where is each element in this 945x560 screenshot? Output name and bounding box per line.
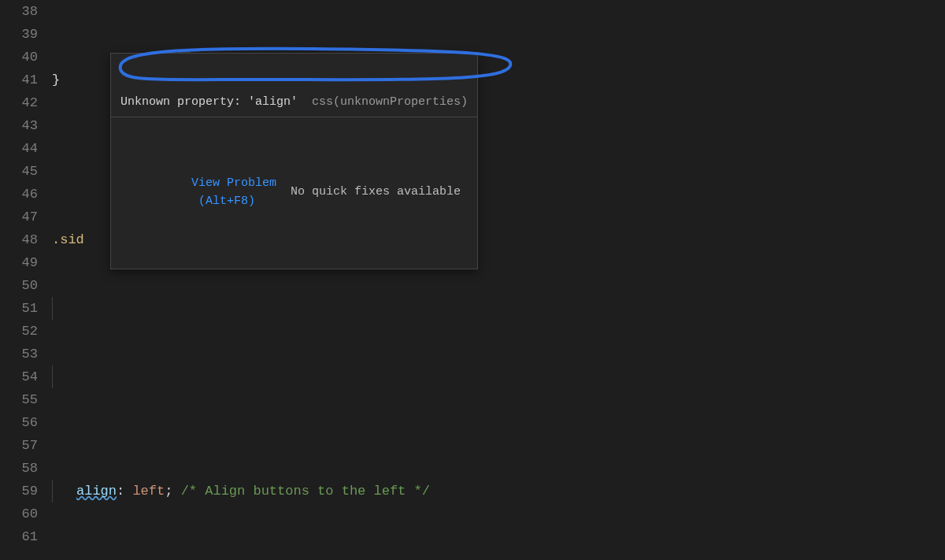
code-line[interactable] xyxy=(52,365,945,388)
line-number: 54 xyxy=(0,365,38,388)
line-number: 61 xyxy=(0,525,38,548)
line-number: 46 xyxy=(0,183,38,206)
hover-message: Unknown property: 'align' css(unknownPro… xyxy=(111,89,477,117)
line-number: 50 xyxy=(0,274,38,297)
line-number: 49 xyxy=(0,251,38,274)
token-value: left xyxy=(132,480,165,503)
view-problem-label: View Problem xyxy=(191,176,276,190)
line-number: 43 xyxy=(0,114,38,137)
gutter: 38 39 40 41 42 43 44 45 46 47 48 49 50 5… xyxy=(0,0,52,560)
line-number: 48 xyxy=(0,228,38,251)
no-quick-fix-text: No quick fixes available xyxy=(291,184,461,202)
view-problem-shortcut: (Alt+F8) xyxy=(198,195,255,208)
line-number: 41 xyxy=(0,69,38,91)
line-number: 53 xyxy=(0,343,38,365)
token-punct: ; xyxy=(165,480,172,503)
line-number: 52 xyxy=(0,320,38,343)
line-number: 58 xyxy=(0,457,38,480)
hover-actions: View Problem (Alt+F8) No quick fixes ava… xyxy=(111,153,477,233)
line-number: 39 xyxy=(0,23,38,46)
line-number: 38 xyxy=(0,0,38,23)
line-number: 42 xyxy=(0,91,38,114)
line-number: 55 xyxy=(0,388,38,411)
hover-tooltip: Unknown property: 'align' css(unknownPro… xyxy=(110,53,478,269)
line-number: 51 xyxy=(0,297,38,320)
code-line[interactable]: align: left; /* Align buttons to the lef… xyxy=(52,480,945,503)
hover-message-code: css(unknownProperties) xyxy=(312,95,468,109)
token-property: align xyxy=(76,480,117,503)
view-problem-link[interactable]: View Problem (Alt+F8) xyxy=(120,158,276,228)
token-brace: } xyxy=(52,69,60,91)
token-punct: : xyxy=(117,480,124,503)
code-area[interactable]: } .sid align: left; /* Align buttons to … xyxy=(52,0,945,560)
line-number: 60 xyxy=(0,503,38,525)
token-comment: /* Align buttons to the left */ xyxy=(181,480,430,503)
line-number: 45 xyxy=(0,160,38,183)
line-number: 59 xyxy=(0,480,38,503)
line-number: 57 xyxy=(0,434,38,457)
token-selector: .sid xyxy=(52,228,84,251)
code-editor[interactable]: 38 39 40 41 42 43 44 45 46 47 48 49 50 5… xyxy=(0,0,945,560)
code-line[interactable] xyxy=(52,297,945,320)
line-number: 47 xyxy=(0,206,38,228)
hover-message-text: Unknown property: 'align' xyxy=(120,95,298,109)
line-number: 44 xyxy=(0,137,38,160)
line-number: 56 xyxy=(0,411,38,434)
line-number: 40 xyxy=(0,46,38,69)
